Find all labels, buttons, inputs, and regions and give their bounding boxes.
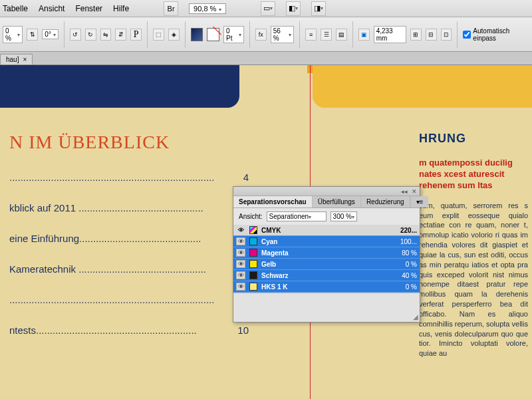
toc-line: ........................................… [9,172,249,184]
visibility-eye-icon[interactable]: 👁 [236,237,245,245]
paragraph-icon[interactable]: P [130,29,142,41]
view-label: Ansicht: [239,213,263,220]
visibility-eye-icon[interactable]: 👁 [236,227,245,233]
ink-value: 80 % [385,249,417,257]
flip-h-icon[interactable]: ⇋ [100,29,112,41]
ink-value: 0 % [385,283,417,291]
separation-list: 👁CMYK220...👁Cyan100...👁Magenta80 %👁Gelb0… [233,225,420,293]
menu-ansicht[interactable]: Ansicht [39,4,65,13]
ink-swatch [249,237,257,245]
toc-line: Kameratechnik ..........................… [9,263,249,275]
page-title: N IM ÜBERBLICK [9,132,249,153]
stroke-weight-field[interactable]: 0 Pt [223,26,244,43]
effects-icon[interactable]: fx [255,29,267,41]
fit-2-icon[interactable]: ⊟ [426,29,437,41]
ink-swatch [249,283,257,291]
visibility-eye-icon[interactable]: 👁 [236,283,245,291]
text-wrap-3-icon[interactable]: ▤ [336,29,347,41]
panel-footer: ◢ [233,293,420,322]
close-panel-icon[interactable]: ✕ [412,188,417,195]
link-icon[interactable]: ⇅ [27,29,38,41]
separation-row-schwarz[interactable]: 👁Schwarz40 % [233,270,420,281]
ink-name: Gelb [261,261,381,268]
visibility-eye-icon[interactable]: 👁 [236,249,245,257]
ink-value: 220... [385,227,417,234]
document-canvas[interactable]: N IM ÜBERBLICK .........................… [0,65,532,399]
ink-swatch [249,271,257,279]
bridge-button[interactable]: Br [164,1,178,16]
text-wrap-2-icon[interactable]: ☰ [321,29,332,41]
zoom-level[interactable]: 90,8 % [189,3,226,14]
rotate-cw-icon[interactable]: ↻ [85,29,96,41]
ink-name: HKS 1 K [261,283,381,291]
ink-name: Schwarz [261,272,381,279]
document-tabbar: hau]× [0,52,532,65]
body-text: cum, quatum, serrorem res s eum explit e… [419,201,528,359]
yellow-header-shape [313,65,532,108]
menu-fenster[interactable]: Fenster [75,4,102,13]
separation-row-cmyk[interactable]: 👁CMYK220... [233,225,420,236]
collapse-icon[interactable]: ◂◂ [401,188,408,195]
ink-swatch [249,249,257,257]
visibility-eye-icon[interactable]: 👁 [236,260,245,268]
separation-row-cyan[interactable]: 👁Cyan100... [233,236,420,247]
ink-name: CMYK [261,227,381,234]
panel-menu-icon[interactable]: ▾≡ [410,196,429,207]
toc-line: ntests..................................… [9,325,249,336]
toc-line: eine Einführung.........................… [9,233,249,245]
close-tab-icon[interactable]: × [23,56,27,63]
panel-titlebar[interactable]: ◂◂ ✕ [233,187,420,196]
right-page-content: HRUNG m quatempossi ducilig nates xcest … [419,132,528,358]
select-content-icon[interactable]: ◈ [168,29,180,41]
toc-line: kblick auf 2011 ........................… [9,202,249,214]
menu-tabelle[interactable]: Tabelle [3,4,28,13]
toc-line: ........................................… [9,294,249,306]
left-page-content: N IM ÜBERBLICK .........................… [9,132,249,336]
visibility-eye-icon[interactable]: 👁 [236,271,245,279]
workspace-button[interactable]: ◨ [311,1,326,16]
arrange-button[interactable]: ◧ [286,1,301,16]
panel-zoom-select[interactable]: 300 % [331,211,357,221]
tab-separations[interactable]: Separationsvorschau [233,196,313,207]
view-select[interactable]: Separationen [267,211,327,221]
frame-fit-icon[interactable]: ▣ [358,29,370,41]
text-wrap-1-icon[interactable]: ≡ [305,29,317,41]
screen-mode-button[interactable]: ▭ [261,1,275,16]
stroke-swatch[interactable] [207,28,219,41]
fit-1-icon[interactable]: ⊞ [410,29,422,41]
fit-3-icon[interactable]: ⊡ [441,29,452,41]
separation-row-gelb[interactable]: 👁Gelb0 % [233,259,420,270]
ink-value: 100... [385,238,417,245]
auto-fit-checkbox[interactable]: Automatisch einpass [463,27,529,42]
rotate-ccw-icon[interactable]: ↺ [70,29,81,41]
mm-field[interactable]: 4,233 mm [374,26,406,43]
ink-swatch [249,260,257,268]
tab-trap[interactable]: Überfüllungs [313,196,361,207]
angle-field[interactable]: 0° [42,29,59,39]
ink-name: Magenta [261,249,381,257]
panel-controls: Ansicht: Separationen 300 % [233,208,420,225]
menubar: Tabelle Ansicht Fenster Hilfe Br 90,8 % … [0,0,532,17]
blue-header-shape [0,65,239,108]
fill-swatch[interactable] [191,28,203,41]
ink-name: Cyan [261,238,381,245]
separation-row-magenta[interactable]: 👁Magenta80 % [233,247,420,259]
resize-grip-icon[interactable]: ◢ [413,313,418,321]
ink-swatch [249,226,257,234]
ink-value: 40 % [385,272,417,279]
opacity-field[interactable]: 56 % [271,26,295,43]
flip-v-icon[interactable]: ⇵ [115,29,126,41]
lead-text: m quatempossi ducilig nates xcest atures… [419,158,528,192]
separations-panel[interactable]: ◂◂ ✕ Separationsvorschau Überfüllungs Re… [233,186,420,323]
right-heading: HRUNG [419,132,528,146]
separation-row-hks-1-k[interactable]: 👁HKS 1 K0 % [233,281,420,293]
select-container-icon[interactable]: ⬚ [153,29,164,41]
panel-tabs: Separationsvorschau Überfüllungs Reduzie… [233,196,420,208]
menu-hilfe[interactable]: Hilfe [113,4,129,13]
percent-field[interactable]: 0 % [3,26,23,43]
tab-flatten[interactable]: Reduzierung [361,196,410,207]
document-tab[interactable]: hau]× [0,54,33,65]
ink-value: 0 % [385,261,417,268]
control-toolbar: 0 % ⇅ 0° ↺ ↻ ⇋ ⇵ P ⬚ ◈ 0 Pt fx 56 % ≡ ☰ … [0,17,532,52]
